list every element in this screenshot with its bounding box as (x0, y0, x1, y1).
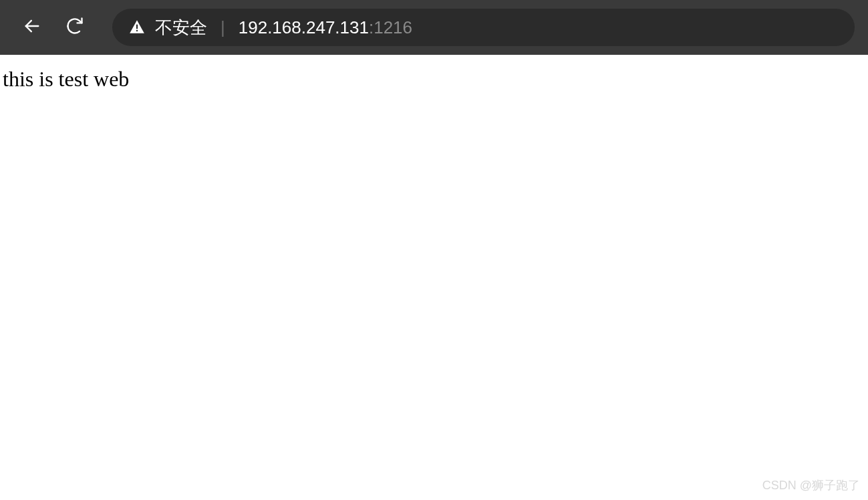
url-display: 192.168.247.131:1216 (239, 17, 412, 38)
refresh-button[interactable] (56, 9, 94, 46)
address-bar[interactable]: 不安全 | 192.168.247.131:1216 (112, 9, 855, 46)
arrow-left-icon (23, 17, 41, 38)
browser-toolbar: 不安全 | 192.168.247.131:1216 (0, 0, 868, 55)
svg-rect-1 (136, 25, 138, 29)
security-label: 不安全 (155, 16, 207, 39)
watermark: CSDN @狮子跑了 (762, 477, 860, 493)
page-content: this is test web (0, 55, 868, 104)
warning-icon (128, 19, 146, 36)
page-body-text: this is test web (3, 67, 865, 92)
refresh-icon (65, 17, 84, 38)
url-host: 192.168.247.131 (239, 17, 369, 37)
divider: | (221, 17, 225, 38)
url-port: :1216 (369, 17, 412, 37)
svg-rect-2 (136, 30, 138, 31)
back-button[interactable] (13, 9, 51, 46)
